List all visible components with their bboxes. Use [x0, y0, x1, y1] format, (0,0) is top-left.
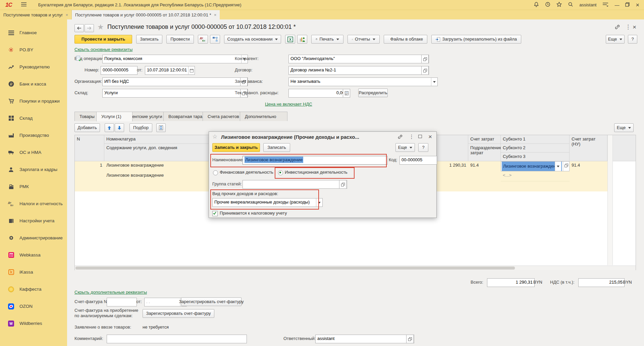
- sidebar-item-poby[interactable]: PO.BY: [0, 41, 67, 58]
- tax-accounting-label[interactable]: Принимается к налоговому учету: [220, 211, 287, 216]
- more-actions-kebab-icon[interactable]: ⋮: [625, 24, 631, 30]
- notifications-icon[interactable]: [534, 2, 539, 8]
- contract-open-button[interactable]: [421, 66, 429, 75]
- register-invoice-button[interactable]: Зарегистрировать счет-фактуру: [181, 297, 241, 306]
- dt-kt-button[interactable]: ДтКт: [198, 35, 208, 44]
- excel-export-button[interactable]: X: [285, 35, 295, 44]
- responsible-field[interactable]: assistant: [315, 335, 414, 343]
- move-down-button[interactable]: [115, 123, 124, 132]
- current-user[interactable]: assistant: [579, 2, 596, 7]
- pick-button[interactable]: Подбор: [129, 123, 152, 132]
- dropdown-arrow-icon[interactable]: [431, 78, 437, 86]
- table-more-button[interactable]: Еще: [614, 123, 634, 132]
- dialog-maximize-icon[interactable]: [418, 135, 422, 138]
- dropdown-arrow-icon[interactable]: [555, 162, 561, 171]
- sidebar-item-administrirovanie[interactable]: Администрирование: [0, 229, 67, 246]
- hide-main-requisites-link[interactable]: Скрыть основные реквизиты: [74, 47, 132, 52]
- sidebar-item-webkassa[interactable]: Webkassa: [0, 246, 67, 264]
- help-button[interactable]: ?: [628, 35, 637, 44]
- row-cell-n[interactable]: 1: [75, 161, 104, 191]
- counterparty-open-button[interactable]: [421, 55, 429, 63]
- advance-offset-field[interactable]: Не зачитывать: [288, 77, 438, 86]
- tab-services[interactable]: Услуги (1): [96, 112, 132, 121]
- sidebar-item-os-nma[interactable]: ОС и НМА: [0, 144, 67, 161]
- organization-field[interactable]: ИП без НДС: [102, 77, 248, 86]
- sidebar-item-pokupki-prodazhi[interactable]: Покупки и продажи: [0, 93, 67, 110]
- date-field[interactable]: 10.07.2018 12:00:01: [145, 66, 195, 75]
- distribute-button[interactable]: Распределить: [358, 89, 388, 97]
- sidebar-item-kaffesta[interactable]: Каффеста: [0, 281, 67, 298]
- dialog-favorite-star-icon[interactable]: ☆: [212, 133, 217, 140]
- sidebar-item-sklad[interactable]: Склад: [0, 110, 67, 127]
- table-horizontal-scrollbar[interactable]: [75, 266, 636, 270]
- calendar-icon[interactable]: [188, 66, 195, 74]
- register-analyzed-invoice-button[interactable]: Зарегистрировать счет-фактуру: [143, 309, 214, 318]
- table-vertical-scrollbar[interactable]: [607, 135, 613, 265]
- sidebar-item-zarplata-kadry[interactable]: Зарплата и кадры: [0, 161, 67, 178]
- sidebar-item-nalogi[interactable]: ДтКт Налоги и отчетность: [0, 195, 67, 212]
- row-cell-subconto2[interactable]: <...>: [501, 171, 570, 181]
- comment-field[interactable]: [107, 335, 247, 343]
- link-url-icon[interactable]: [614, 24, 620, 31]
- dropdown-arrow-icon[interactable]: [316, 198, 322, 207]
- sidebar-item-bank-kassa[interactable]: ₽ Банк и касса: [0, 75, 67, 93]
- sidebar-item-ikassa[interactable]: K iKassa: [0, 264, 67, 281]
- open-value-icon[interactable]: [563, 162, 569, 171]
- counterparty-field[interactable]: ООО "Лизингодатель": [288, 55, 429, 63]
- price-no-vat-link[interactable]: Цена не включает НДС: [265, 102, 312, 107]
- employee-report-button[interactable]: [297, 35, 307, 44]
- col-header-nomenclature[interactable]: Номенклатура: [104, 135, 212, 144]
- scrollbar-thumb[interactable]: [75, 267, 515, 270]
- service-menu-icon[interactable]: [602, 2, 608, 8]
- save-button[interactable]: Записать: [136, 35, 162, 44]
- print-button[interactable]: Печать: [311, 35, 343, 44]
- calculator-icon[interactable]: [343, 89, 350, 98]
- financial-activity-radio[interactable]: [213, 170, 218, 175]
- contract-field[interactable]: Договор лизинга №2-1: [288, 66, 429, 75]
- transport-costs-field[interactable]: 0,00: [288, 89, 347, 98]
- search-icon[interactable]: [568, 2, 573, 8]
- col-header-cost-department[interactable]: Подразделение затрат: [468, 144, 501, 161]
- minimize-icon[interactable]: —: [614, 3, 619, 7]
- dialog-close-icon[interactable]: ×: [428, 133, 432, 140]
- back-button[interactable]: [74, 24, 84, 32]
- dialog-code-field[interactable]: 00-000005: [399, 156, 437, 165]
- load-from-file-button[interactable]: Загрузить (перезаполнить) из файла: [431, 35, 521, 44]
- tax-accounting-checkbox[interactable]: [212, 211, 218, 216]
- history-icon[interactable]: [545, 2, 550, 8]
- row-cell-cost-account[interactable]: 91.4: [468, 161, 501, 191]
- add-row-button[interactable]: Добавить: [74, 123, 100, 132]
- dialog-kebab-icon[interactable]: ⋮: [409, 134, 414, 139]
- dialog-save-close-button[interactable]: Записать и закрыть: [212, 143, 260, 152]
- row-cell-subconto3[interactable]: [501, 181, 570, 191]
- close-document-icon[interactable]: ×: [633, 24, 636, 30]
- row-height-toggle-button[interactable]: [156, 123, 166, 132]
- dialog-group-field[interactable]: [243, 180, 347, 189]
- structure-button[interactable]: [210, 35, 220, 44]
- investment-activity-label[interactable]: Инвестиционная деятельность: [285, 170, 347, 175]
- main-menu-icon[interactable]: [21, 2, 27, 8]
- dialog-save-button[interactable]: Записать: [263, 143, 290, 152]
- col-header-subconto2[interactable]: Субконто 2: [501, 144, 570, 153]
- sidebar-item-rukovoditelyu[interactable]: Руководителю: [0, 58, 67, 75]
- financial-activity-label[interactable]: Финансовая деятельность: [220, 170, 273, 175]
- sidebar-item-wildberries[interactable]: W Wildberries: [0, 315, 67, 332]
- forward-button[interactable]: [85, 24, 94, 32]
- dialog-name-field[interactable]: Лизинговое вознаграждение: [243, 156, 387, 165]
- sidebar-item-nastroyki[interactable]: Настройки учета: [0, 212, 67, 229]
- row-cell-cost-account-nu[interactable]: 91.4: [570, 161, 607, 191]
- post-and-close-button[interactable]: Провести и закрыть: [74, 35, 132, 44]
- move-up-button[interactable]: [105, 123, 114, 132]
- operation-type-field[interactable]: Покупка, комиссия: [102, 55, 248, 63]
- favorites-icon[interactable]: [556, 2, 562, 8]
- dialog-group-open-button[interactable]: [339, 180, 346, 189]
- sidebar-item-ozon[interactable]: OZON: [0, 298, 67, 315]
- window-tab-list[interactable]: Поступление товаров и услуг ×: [0, 10, 72, 19]
- col-header-service-content[interactable]: Содержание услуги, доп. сведения: [104, 144, 212, 161]
- number-field[interactable]: 0000-000005: [101, 66, 138, 75]
- close-window-icon[interactable]: ×: [636, 2, 639, 8]
- more-button[interactable]: Еще: [606, 35, 625, 44]
- row-cell-subconto1[interactable]: Лизинговое вознаграждение: [501, 161, 570, 171]
- create-based-on-button[interactable]: Создать на основании: [224, 35, 281, 44]
- col-header-n[interactable]: N: [75, 135, 104, 161]
